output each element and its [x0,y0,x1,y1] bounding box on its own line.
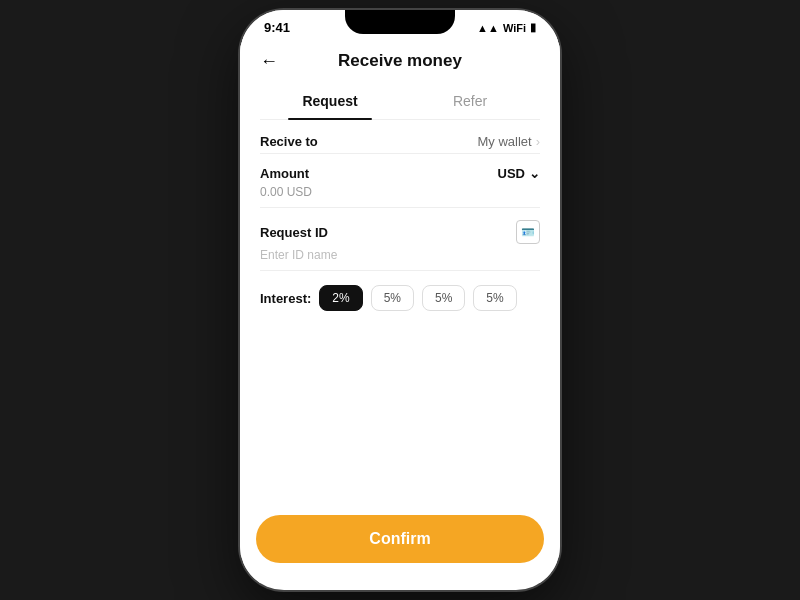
battery-icon: ▮ [530,21,536,34]
tab-refer[interactable]: Refer [400,83,540,119]
request-id-input[interactable]: Enter ID name [260,248,540,262]
back-button[interactable]: ← [260,51,278,72]
interest-row: Interest: 2% 5% 5% 5% [260,285,540,311]
interest-section: Interest: 2% 5% 5% 5% [260,271,540,318]
interest-btn-2[interactable]: 2% [319,285,362,311]
request-id-top-row: Request ID 🪪 [260,220,540,244]
amount-top-row: Amount USD ⌄ [260,166,540,181]
request-id-section: Request ID 🪪 Enter ID name [260,208,540,271]
form-content: Recive to My wallet › Amount USD ⌄ 0.00 … [240,120,560,318]
id-icon: 🪪 [516,220,540,244]
signal-icon: ▲▲ [477,22,499,34]
receive-to-row: Recive to My wallet › [260,120,540,154]
interest-btn-5b[interactable]: 5% [422,285,465,311]
page-header: ← Receive money [240,39,560,83]
tab-request[interactable]: Request [260,83,400,119]
notch [345,10,455,34]
chevron-down-icon: ⌄ [529,166,540,181]
wifi-icon: WiFi [503,22,526,34]
bottom-spacer [240,318,560,516]
page-title: Receive money [338,51,462,71]
interest-btn-5c[interactable]: 5% [473,285,516,311]
confirm-button[interactable]: Confirm [256,515,544,563]
screen: ← Receive money Request Refer Recive to … [240,39,560,583]
status-time: 9:41 [264,20,290,35]
receive-to-value[interactable]: My wallet › [477,134,540,149]
amount-section: Amount USD ⌄ 0.00 USD [260,154,540,208]
phone-shell: 9:41 ▲▲ WiFi ▮ ← Receive money Request R… [240,10,560,590]
tab-bar: Request Refer [260,83,540,120]
amount-label: Amount [260,166,309,181]
request-id-label: Request ID [260,225,328,240]
currency-selector[interactable]: USD ⌄ [498,166,540,181]
status-icons: ▲▲ WiFi ▮ [477,21,536,34]
interest-btn-5a[interactable]: 5% [371,285,414,311]
amount-value: 0.00 USD [260,185,540,199]
interest-label: Interest: [260,291,311,306]
receive-to-label: Recive to [260,134,318,149]
chevron-right-icon: › [536,134,540,149]
